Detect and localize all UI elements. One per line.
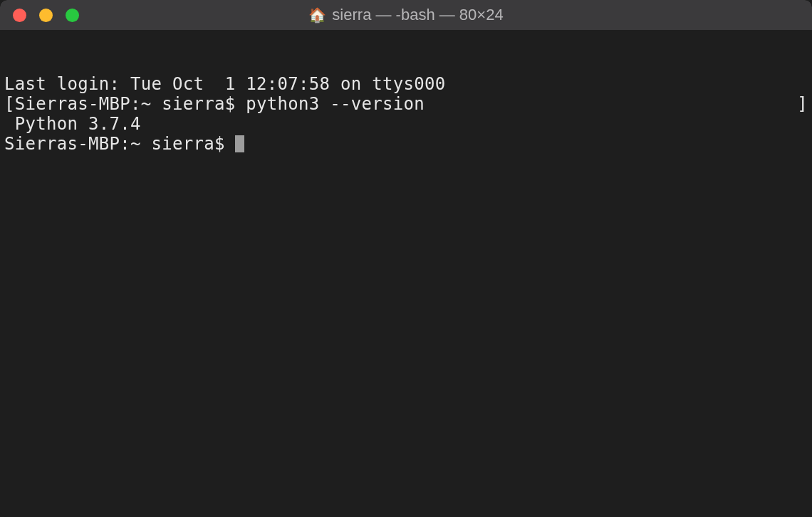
current-prompt-line: Sierras-MBP:~ sierra$ bbox=[4, 134, 808, 154]
typed-command: python3 --version bbox=[246, 94, 425, 114]
shell-prompt: Sierras-MBP:~ sierra$ bbox=[4, 134, 235, 154]
titlebar: 🏠 sierra — -bash — 80×24 bbox=[0, 0, 812, 30]
terminal-body[interactable]: Last login: Tue Oct 1 12:07:58 on ttys00… bbox=[0, 30, 812, 517]
minimize-icon[interactable] bbox=[39, 9, 53, 22]
window-title-text: sierra — -bash — 80×24 bbox=[332, 6, 503, 24]
command-output: Python 3.7.4 bbox=[4, 114, 808, 134]
shell-prompt: Sierras-MBP:~ sierra$ bbox=[15, 94, 246, 114]
prompt-bracket-left: [ bbox=[4, 94, 15, 114]
last-login-line: Last login: Tue Oct 1 12:07:58 on ttys00… bbox=[4, 74, 808, 94]
prompt-bracket-right: ] bbox=[797, 94, 808, 114]
close-icon[interactable] bbox=[13, 9, 26, 22]
terminal-window: 🏠 sierra — -bash — 80×24 Last login: Tue… bbox=[0, 0, 812, 517]
window-title: 🏠 sierra — -bash — 80×24 bbox=[308, 6, 503, 24]
home-icon: 🏠 bbox=[308, 8, 326, 22]
traffic-lights bbox=[13, 9, 79, 22]
maximize-icon[interactable] bbox=[66, 9, 79, 22]
command-line: [Sierras-MBP:~ sierra$ python3 --version… bbox=[4, 94, 808, 114]
cursor-icon bbox=[235, 135, 244, 152]
